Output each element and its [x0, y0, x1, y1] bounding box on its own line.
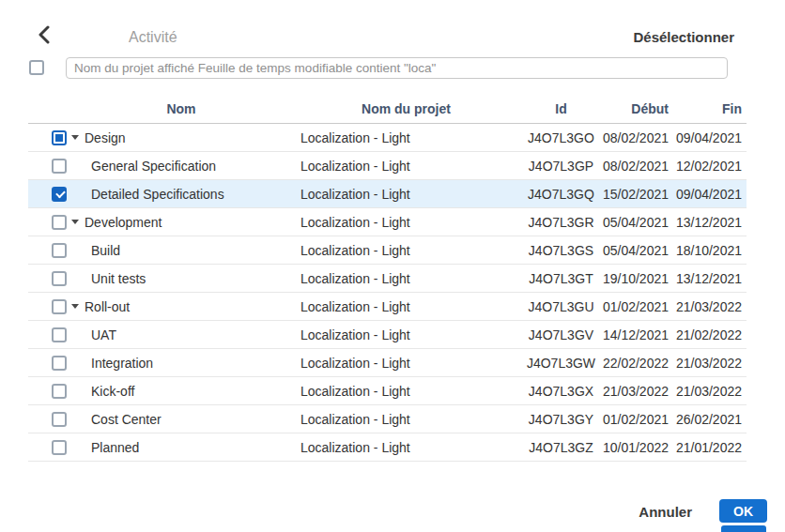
- row-checkbox-cell: [28, 299, 71, 314]
- row-checkbox[interactable]: [52, 187, 67, 202]
- row-checkbox-cell: [28, 215, 71, 230]
- end-date: 12/02/2021: [671, 159, 747, 174]
- column-header-id: Id: [521, 101, 601, 116]
- row-checkbox[interactable]: [52, 215, 67, 230]
- row-checkbox-cell: [28, 159, 71, 174]
- back-button[interactable]: [34, 26, 54, 47]
- end-date: 13/12/2021: [671, 271, 747, 286]
- activity-id: J4O7L3GV: [521, 327, 601, 342]
- expand-caret-icon[interactable]: [71, 304, 79, 309]
- filter-checkbox[interactable]: [29, 60, 44, 75]
- activity-name-cell: Detailed Specifications: [71, 187, 291, 202]
- ok-button[interactable]: OK: [719, 499, 767, 523]
- start-date: 01/02/2021: [601, 299, 671, 314]
- column-header-nom-du-projet: Nom du projet: [291, 101, 521, 116]
- start-date: 19/10/2021: [601, 271, 671, 286]
- row-checkbox-cell: [28, 130, 71, 145]
- project-name: Localization - Light: [291, 299, 521, 314]
- table-row[interactable]: UATLocalization - LightJ4O7L3GV14/12/202…: [28, 321, 747, 349]
- row-checkbox-cell: [28, 187, 71, 202]
- table-row[interactable]: Roll-outLocalization - LightJ4O7L3GU01/0…: [28, 293, 747, 321]
- activity-name: Development: [85, 215, 162, 230]
- start-date: 15/02/2021: [601, 187, 671, 202]
- project-name: Localization - Light: [291, 271, 521, 286]
- row-checkbox[interactable]: [52, 440, 67, 455]
- activity-name-cell: Roll-out: [71, 299, 291, 314]
- activity-name: Planned: [91, 440, 139, 455]
- end-date: 13/12/2021: [671, 215, 747, 230]
- row-checkbox[interactable]: [52, 159, 67, 174]
- table-row[interactable]: DesignLocalization - LightJ4O7L3GO08/02/…: [28, 124, 747, 152]
- activity-name-cell: Design: [71, 130, 291, 145]
- project-name: Localization - Light: [291, 187, 521, 202]
- chevron-left-icon: [38, 25, 51, 48]
- row-checkbox[interactable]: [52, 299, 67, 314]
- deselect-all-button[interactable]: Désélectionner: [633, 29, 734, 45]
- project-name: Localization - Light: [291, 243, 521, 258]
- column-header-fin: Fin: [671, 101, 747, 116]
- activity-name-cell: Cost Center: [71, 412, 291, 427]
- table-row[interactable]: General SpecificationLocalization - Ligh…: [28, 152, 747, 180]
- table-row[interactable]: PlannedLocalization - LightJ4O7L3GZ10/01…: [28, 433, 747, 462]
- project-name: Localization - Light: [291, 412, 521, 427]
- activity-name-cell: General Specification: [71, 159, 291, 174]
- activity-name: General Specification: [91, 159, 216, 174]
- activity-id: J4O7L3GW: [521, 356, 601, 371]
- table-row[interactable]: IntegrationLocalization - LightJ4O7L3GW2…: [28, 349, 747, 377]
- start-date: 14/12/2021: [601, 327, 671, 342]
- filter-input[interactable]: [66, 57, 728, 79]
- table-row[interactable]: Kick-offLocalization - LightJ4O7L3GX21/0…: [28, 377, 747, 405]
- row-checkbox-cell: [28, 356, 71, 371]
- row-checkbox[interactable]: [52, 243, 67, 258]
- activity-name: Kick-off: [91, 384, 134, 399]
- table-row[interactable]: Detailed SpecificationsLocalization - Li…: [28, 180, 747, 208]
- row-checkbox-cell: [28, 412, 71, 427]
- activity-name: Integration: [91, 356, 153, 371]
- activity-name-cell: Unit tests: [71, 271, 291, 286]
- table-row[interactable]: BuildLocalization - LightJ4O7L3GS05/04/2…: [28, 236, 747, 265]
- cancel-button[interactable]: Annuler: [639, 504, 692, 520]
- page-title: Activité: [129, 29, 177, 46]
- end-date: 09/04/2021: [671, 130, 747, 145]
- start-date: 08/02/2021: [601, 130, 671, 145]
- table-row[interactable]: Cost CenterLocalization - LightJ4O7L3GY0…: [28, 405, 747, 433]
- activity-name: Roll-out: [85, 299, 130, 314]
- expand-caret-icon[interactable]: [71, 220, 79, 224]
- activity-name-cell: UAT: [71, 327, 291, 342]
- activity-name: Cost Center: [91, 412, 162, 427]
- row-checkbox-cell: [28, 384, 71, 399]
- activity-id: J4O7L3GZ: [521, 440, 601, 455]
- end-date: 26/02/2021: [671, 412, 747, 427]
- project-name: Localization - Light: [291, 356, 521, 371]
- activity-id: J4O7L3GU: [521, 299, 601, 314]
- table-row[interactable]: Unit testsLocalization - LightJ4O7L3GT19…: [28, 265, 747, 293]
- start-date: 10/01/2022: [601, 440, 671, 455]
- row-checkbox[interactable]: [52, 327, 67, 342]
- table-row[interactable]: DevelopmentLocalization - LightJ4O7L3GR0…: [28, 208, 747, 236]
- project-name: Localization - Light: [291, 327, 521, 342]
- row-checkbox[interactable]: [52, 412, 67, 427]
- activity-name-cell: Integration: [71, 356, 291, 371]
- end-date: 21/03/2022: [671, 384, 747, 399]
- project-name: Localization - Light: [291, 159, 521, 174]
- column-header-nom: Nom: [71, 101, 291, 116]
- project-name: Localization - Light: [291, 215, 521, 230]
- row-checkbox[interactable]: [52, 271, 67, 286]
- activity-id: J4O7L3GP: [521, 159, 601, 174]
- start-date: 01/02/2021: [601, 412, 671, 427]
- activity-name-cell: Kick-off: [71, 384, 291, 399]
- project-name: Localization - Light: [291, 130, 521, 145]
- activity-name-cell: Planned: [71, 440, 291, 455]
- start-date: 05/04/2021: [601, 215, 671, 230]
- expand-caret-icon[interactable]: [71, 135, 79, 140]
- row-checkbox[interactable]: [52, 384, 67, 399]
- row-checkbox[interactable]: [52, 130, 67, 145]
- activity-name: Unit tests: [91, 271, 146, 286]
- activity-id: J4O7L3GS: [521, 243, 601, 258]
- row-checkbox[interactable]: [52, 356, 67, 371]
- activity-name: UAT: [91, 327, 116, 342]
- activity-name-cell: Build: [71, 243, 291, 258]
- end-date: 18/10/2021: [671, 243, 747, 258]
- activity-name: Build: [91, 243, 120, 258]
- activity-name-cell: Development: [71, 215, 291, 230]
